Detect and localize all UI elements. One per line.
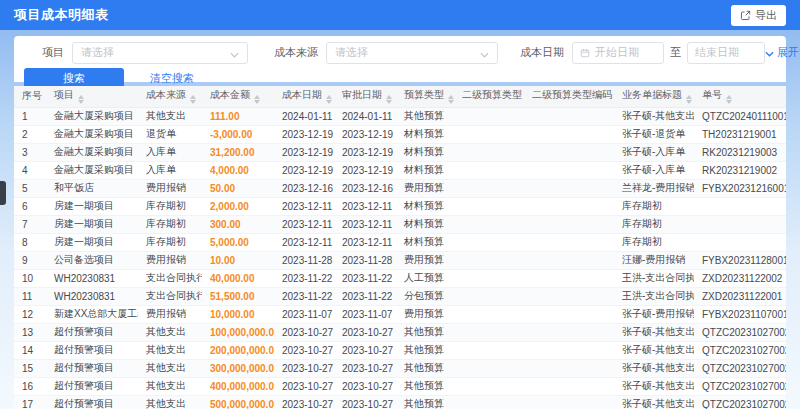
column-header-budget-type[interactable]: 预算类型 — [396, 86, 454, 107]
table-row: 17超付预警项目其他支出500,000,000.002023-10-272023… — [14, 395, 786, 409]
sort-icon — [326, 95, 332, 104]
cell-cost-date: 2023-10-27 — [274, 341, 334, 359]
start-date-input[interactable]: 开始日期 — [572, 42, 664, 64]
search-button[interactable]: 搜索 — [24, 68, 124, 88]
export-button[interactable]: 导出 — [731, 5, 786, 26]
cell-project: 超付预警项目 — [46, 341, 138, 359]
table-row: 8房建一期项目库存期初5,000.002023-12-112023-12-11材… — [14, 233, 786, 251]
column-header-cost-amount[interactable]: 成本金额 — [202, 86, 274, 107]
cell-cost-date: 2023-10-27 — [274, 323, 334, 341]
column-header-approval-date[interactable]: 审批日期 — [334, 86, 396, 107]
drawer-handle[interactable] — [0, 181, 6, 205]
cell-doc-number: RK20231219002 — [694, 161, 786, 179]
column-header-cost-date[interactable]: 成本日期 — [274, 86, 334, 107]
cell-sub-budget-type — [454, 341, 524, 359]
cell-budget-type: 其他预算 — [396, 323, 454, 341]
table-row: 1金融大厦采购项目其他支出111.002024-01-112024-01-11其… — [14, 107, 786, 125]
project-select-placeholder: 请选择 — [81, 45, 114, 60]
cell-sub-budget-type — [454, 233, 524, 251]
cost-source-select[interactable]: 请选择 — [326, 42, 498, 64]
cell-project: 超付预警项目 — [46, 395, 138, 409]
cell-cost-amount: 300,000,000.00 — [202, 359, 274, 377]
cell-project: 和平饭店 — [46, 179, 138, 197]
cell-doc-title: 张子硕-退货单 — [614, 125, 694, 143]
cell-doc-title: 张子硕-费用报销 — [614, 305, 694, 323]
cell-cost-source: 库存期初 — [138, 233, 202, 251]
cell-project: 房建一期项目 — [46, 233, 138, 251]
cell-sub-budget-type-code — [524, 215, 614, 233]
cell-doc-number: FYBX20231128001 — [694, 251, 786, 269]
cell-index: 7 — [14, 215, 46, 233]
cell-cost-source: 入库单 — [138, 143, 202, 161]
cell-project: WH20230831 — [46, 287, 138, 305]
cell-approval-date: 2023-12-16 — [334, 179, 396, 197]
cell-cost-source: 费用报销 — [138, 179, 202, 197]
cell-index: 3 — [14, 143, 46, 161]
cell-sub-budget-type — [454, 395, 524, 409]
cell-approval-date: 2023-10-27 — [334, 395, 396, 409]
column-header-doc-title[interactable]: 业务单据标题 — [614, 86, 694, 107]
cell-cost-amount: 400,000,000.00 — [202, 377, 274, 395]
cell-cost-source: 其他支出 — [138, 395, 202, 409]
cell-approval-date: 2023-10-27 — [334, 359, 396, 377]
column-header-doc-number[interactable]: 单号 — [694, 86, 786, 107]
cell-budget-type: 材料预算 — [396, 161, 454, 179]
cell-index: 6 — [14, 197, 46, 215]
cell-doc-number: FYBX20231107001 — [694, 305, 786, 323]
cell-index: 17 — [14, 395, 46, 409]
cell-doc-title: 汪娜-费用报销 — [614, 251, 694, 269]
chevron-down-icon — [480, 44, 489, 62]
column-header-cost-source[interactable]: 成本来源 — [138, 86, 202, 107]
cost-date-filter-label: 成本日期 — [512, 45, 564, 60]
cell-budget-type: 费用预算 — [396, 251, 454, 269]
cell-approval-date: 2024-01-11 — [334, 107, 396, 125]
cell-cost-amount: 40,000.00 — [202, 269, 274, 287]
cell-approval-date: 2023-12-19 — [334, 125, 396, 143]
calendar-icon — [580, 44, 590, 62]
cell-sub-budget-type-code — [524, 377, 614, 395]
cell-cost-source: 支出合同执行 — [138, 269, 202, 287]
cell-sub-budget-type — [454, 179, 524, 197]
cell-cost-date: 2023-10-27 — [274, 395, 334, 409]
cell-doc-number: TH20231219001 — [694, 125, 786, 143]
table-row: 15超付预警项目其他支出300,000,000.002023-10-272023… — [14, 359, 786, 377]
cell-project: WH20230831 — [46, 269, 138, 287]
column-header-sub-budget-type-code[interactable]: 二级预算类型编码 — [524, 86, 614, 107]
column-header-index: 序号 — [14, 86, 46, 107]
cell-approval-date: 2023-12-19 — [334, 161, 396, 179]
cell-sub-budget-type — [454, 269, 524, 287]
cell-cost-date: 2023-11-22 — [274, 269, 334, 287]
cell-budget-type: 其他预算 — [396, 341, 454, 359]
clear-search-link[interactable]: 清空搜索 — [150, 71, 194, 86]
cell-cost-amount: 50.00 — [202, 179, 274, 197]
table-row: 5和平饭店费用报销50.002023-12-162023-12-16费用预算兰祥… — [14, 179, 786, 197]
cell-cost-source: 库存期初 — [138, 215, 202, 233]
cell-index: 4 — [14, 161, 46, 179]
cell-budget-type: 费用预算 — [396, 179, 454, 197]
cell-doc-title: 兰祥龙-费用报销 — [614, 179, 694, 197]
cell-budget-type: 材料预算 — [396, 197, 454, 215]
project-select[interactable]: 请选择 — [72, 42, 248, 64]
cell-index: 16 — [14, 377, 46, 395]
sort-icon — [448, 95, 454, 104]
cell-doc-title: 张子硕-其他支出 — [614, 323, 694, 341]
cell-sub-budget-type-code — [524, 233, 614, 251]
cell-budget-type: 材料预算 — [396, 215, 454, 233]
cell-sub-budget-type-code — [524, 179, 614, 197]
expand-filter-link[interactable]: 展开筛选 — [765, 45, 800, 60]
column-header-project[interactable]: 项目 — [46, 86, 138, 107]
cell-sub-budget-type-code — [524, 197, 614, 215]
cell-sub-budget-type — [454, 161, 524, 179]
cell-doc-title: 张子硕-其他支出 — [614, 377, 694, 395]
cell-sub-budget-type — [454, 377, 524, 395]
cell-sub-budget-type-code — [524, 251, 614, 269]
cell-doc-title: 库存期初 — [614, 215, 694, 233]
cell-doc-title: 张子硕-其他支出 — [614, 395, 694, 409]
cell-approval-date: 2023-12-11 — [334, 197, 396, 215]
cell-cost-amount: 4,000.00 — [202, 161, 274, 179]
cell-budget-type: 费用预算 — [396, 305, 454, 323]
cell-doc-number: QTZC20231027002 — [694, 323, 786, 341]
export-icon — [740, 10, 751, 21]
end-date-input[interactable]: 结束日期 — [687, 42, 765, 64]
column-header-sub-budget-type[interactable]: 二级预算类型 — [454, 86, 524, 107]
